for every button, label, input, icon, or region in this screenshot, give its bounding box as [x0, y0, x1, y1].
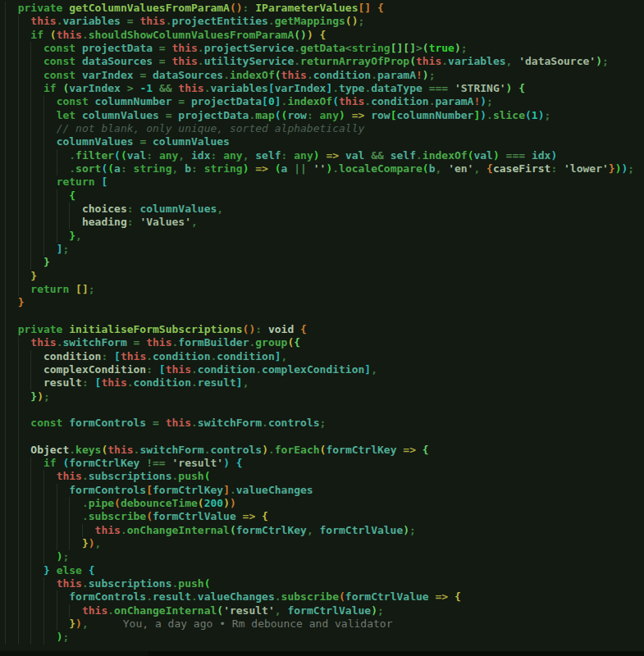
code-token [146, 69, 153, 81]
code-token: ( [204, 470, 211, 482]
code-line[interactable]: this.subscriptions.push( [5, 577, 644, 590]
code-token: variables [448, 55, 505, 67]
code-line[interactable]: const formControls = this.switchForm.con… [5, 417, 644, 430]
code-token: projectData [191, 95, 262, 107]
code-token: return [30, 283, 69, 295]
code-token: formCtrlValue [320, 524, 404, 536]
code-token: : [127, 216, 134, 228]
code-token: ) [493, 149, 500, 162]
code-line[interactable]: choices: columnValues, [5, 203, 644, 216]
code-token: this [57, 470, 82, 482]
code-token: ( [294, 29, 300, 41]
code-line[interactable]: ); [5, 550, 644, 563]
code-line[interactable]: formControls.result.valueChanges.subscri… [5, 590, 644, 604]
code-line[interactable]: heading: 'Values', [5, 216, 644, 229]
code-line[interactable]: this.switchForm = this.formBuilder.group… [5, 336, 644, 349]
code-token: } [82, 537, 89, 549]
code-line[interactable]: return [ [5, 175, 644, 189]
code-token: = [178, 95, 185, 107]
code-token: projectEntities [172, 15, 268, 27]
indent-guides [5, 537, 82, 550]
code-token: => [255, 162, 268, 175]
code-token [525, 149, 532, 162]
code-line[interactable]: ]; [5, 243, 644, 256]
code-token: val [345, 149, 364, 162]
code-line[interactable]: const projectData = this.projectService.… [5, 42, 644, 55]
code-line[interactable]: condition: [this.condition.condition], [5, 350, 644, 363]
code-line[interactable]: private initialiseFormSubscriptions(): v… [5, 323, 644, 336]
code-line[interactable]: const dataSources = this.utilityService.… [5, 55, 644, 68]
code-token: ) [339, 109, 345, 121]
code-line[interactable]: this.variables = this.projectEntities.ge… [5, 15, 644, 28]
code-token: ; [628, 162, 634, 175]
code-token: ; [43, 390, 50, 403]
code-token: { [300, 323, 307, 335]
code-line[interactable]: } [5, 296, 644, 309]
code-line[interactable]: }), [5, 537, 644, 550]
code-token: const [43, 55, 75, 67]
code-line[interactable]: .sort((a: string, b: string) => (a || ''… [5, 162, 644, 175]
code-token: val [127, 149, 146, 162]
code-token: . [262, 417, 268, 429]
code-token [448, 590, 454, 603]
indent-guides [5, 243, 57, 256]
code-token [159, 417, 166, 429]
code-token: : [191, 162, 198, 175]
code-token: ; [62, 550, 69, 563]
code-line[interactable]: return []; [5, 283, 644, 296]
code-token: IParameterValues [255, 2, 358, 14]
code-token [153, 363, 159, 376]
horizontal-scrollbar[interactable] [0, 651, 644, 656]
code-line[interactable]: } [5, 256, 644, 269]
code-line[interactable]: this.onChangeInternal('result', formCtrl… [5, 604, 644, 617]
code-token: ( [230, 2, 236, 14]
code-token: ] [364, 2, 371, 14]
code-line[interactable]: } else { [5, 564, 644, 577]
code-token [159, 109, 166, 121]
code-line[interactable]: const columnNumber = projectData[0].inde… [5, 95, 644, 108]
code-line[interactable]: }),You, a day ago • Rm debounce and vali… [5, 617, 644, 631]
code-line[interactable]: if (varIndex > -1 && this.variables[varI… [5, 82, 644, 95]
code-line[interactable]: } [5, 270, 644, 283]
code-token: } [30, 390, 37, 403]
code-line[interactable]: private getColumnValuesFromParamA(): IPa… [5, 2, 644, 15]
code-token: dataSources [82, 55, 153, 67]
code-line[interactable]: ); [5, 631, 644, 644]
code-line[interactable] [5, 430, 644, 444]
code-token: formControls [69, 484, 146, 496]
code-line[interactable]: columnValues = columnValues [5, 135, 644, 148]
code-line[interactable]: const varIndex = dataSources.indexOf(thi… [5, 69, 644, 82]
code-line[interactable]: this.subscriptions.push( [5, 470, 644, 483]
code-token [166, 42, 172, 54]
code-line[interactable] [5, 403, 644, 417]
indent-guides [5, 42, 43, 55]
code-token: , [95, 537, 102, 549]
code-line[interactable]: formControls[formCtrlKey].valueChanges [5, 484, 644, 497]
code-line[interactable] [5, 310, 644, 323]
code-line[interactable]: Object.keys(this.switchForm.controls).fo… [5, 444, 644, 457]
code-token: . [191, 363, 198, 376]
code-line[interactable]: result: [this.condition.result], [5, 376, 644, 390]
code-line[interactable]: { [5, 189, 644, 203]
code-token [146, 135, 153, 148]
code-token: this [107, 444, 133, 456]
code-token: = [166, 109, 172, 121]
code-token [43, 29, 50, 41]
code-line[interactable]: .filter((val: any, idx: any, self: any) … [5, 149, 644, 162]
code-line[interactable]: this.onChangeInternal(formCtrlKey, formC… [5, 524, 644, 537]
code-line[interactable]: let columnValues = projectData.map((row:… [5, 109, 644, 122]
code-line[interactable]: .pipe(debounceTime(200)) [5, 497, 644, 510]
code-line[interactable]: }); [5, 390, 644, 403]
code-line[interactable]: if (this.shouldShowColumnValuesFromParam… [5, 29, 644, 42]
code-line[interactable]: // not blank, only unique, sorted alphab… [5, 122, 644, 135]
code-token: condition [313, 69, 371, 81]
code-token: columnNumber [95, 95, 172, 107]
code-line[interactable]: }, [5, 230, 644, 243]
code-token: this [57, 577, 82, 590]
code-editor[interactable]: private getColumnValuesFromParamA(): IPa… [0, 0, 644, 656]
code-line[interactable]: .subscribe(formCtrlValue => { [5, 510, 644, 523]
code-token: ] [275, 350, 281, 362]
code-line[interactable]: if (formCtrlKey !== 'result') { [5, 457, 644, 470]
code-line[interactable]: complexCondition: [this.condition.comple… [5, 363, 644, 376]
horizontal-scrollbar-slider[interactable] [148, 651, 644, 656]
